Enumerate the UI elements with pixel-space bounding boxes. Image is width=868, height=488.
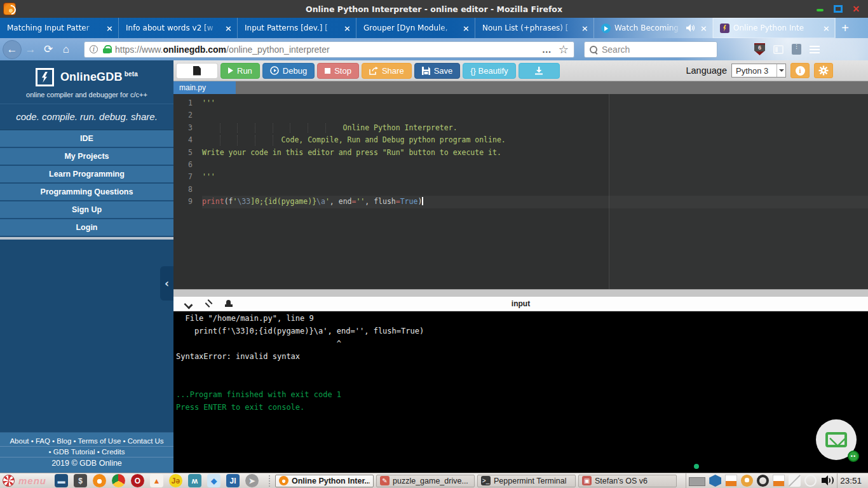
menu-hamburger-icon[interactable] [810, 46, 820, 53]
indent-guide [325, 123, 326, 133]
reload-button[interactable]: ⟳ [39, 41, 57, 58]
save-button[interactable]: Save [414, 63, 461, 79]
tab-audio-icon[interactable] [686, 24, 695, 32]
sidebar-toggle-icon[interactable] [773, 45, 783, 54]
bookmark-star-icon[interactable]: ☆ [559, 43, 569, 57]
launcher-terminal-icon[interactable]: $ [74, 474, 87, 487]
task-button-firefox[interactable]: Online Python Inter... [275, 475, 374, 487]
minimize-icon[interactable] [816, 5, 825, 13]
editor-code-area[interactable]: ''' Online Python Interpreter. Code, Com… [200, 94, 868, 289]
launcher-pycharm-icon[interactable]: JI [226, 474, 240, 487]
share-button[interactable]: Share [362, 63, 412, 79]
info-button[interactable]: i [790, 63, 810, 78]
language-select[interactable]: Python 3 [731, 64, 786, 78]
tray-dog-icon[interactable] [741, 475, 753, 487]
sidebar-item-programming-questions[interactable]: Programming Questions [0, 184, 173, 201]
code-token: ''' [202, 98, 215, 107]
sidebar-item-ide[interactable]: IDE [0, 130, 173, 148]
task-button-folder[interactable]: ▣Stefan's OS v6 [578, 475, 677, 487]
maximize-icon[interactable] [834, 5, 843, 13]
new-tab-button[interactable]: + [836, 18, 855, 38]
page-info-icon[interactable]: i [90, 45, 98, 53]
tray-cpu-graph-icon[interactable] [725, 475, 737, 487]
sidebar-item-sign-up[interactable]: Sign Up [0, 201, 173, 219]
url-bar[interactable]: i https://www.onlinegdb.com/online_pytho… [84, 41, 574, 58]
indent-guide [237, 123, 238, 133]
footer-links-row-3[interactable]: 2019 © GDB Online [0, 458, 173, 469]
tab-close-icon[interactable]: × [344, 24, 351, 33]
code-editor[interactable]: 123456789 ''' Online Python Interpreter.… [173, 94, 868, 289]
ublock-icon[interactable]: u 6 [754, 43, 765, 55]
code-line-5: Write your code in this editor and press… [202, 147, 868, 159]
launcher-rocket-app-icon[interactable]: ➤ [245, 474, 259, 487]
tray-screen-icon[interactable] [689, 477, 705, 486]
beautify-button[interactable]: {} Beautify [463, 63, 515, 79]
page-actions-icon[interactable]: … [542, 44, 552, 55]
sidebar-collapse-handle[interactable]: ‹ [160, 266, 173, 301]
menu-label: menu [18, 475, 46, 486]
browser-tab-1[interactable]: Matching Input Patter× [0, 18, 119, 38]
browser-tab-2[interactable]: Info about words v2 [w× [119, 18, 238, 38]
sidebar-spacer: ‹ [0, 240, 173, 432]
browser-tab-6[interactable]: Watch Becoming× [594, 18, 713, 38]
volume-icon[interactable] [821, 475, 835, 487]
tray-dark-ring-icon[interactable] [757, 475, 769, 487]
extension-icon[interactable]: ⋮ [792, 44, 801, 55]
tab-close-icon[interactable]: × [823, 24, 830, 33]
console-output[interactable]: File "/home/main.py", line 9 print(f'\33… [173, 311, 868, 473]
onlinegdb-logo-icon [36, 68, 54, 86]
back-button[interactable]: ← [3, 40, 22, 59]
code-line-8 [202, 184, 868, 196]
tab-close-icon[interactable]: × [106, 24, 113, 33]
sidebar-item-login[interactable]: Login [0, 219, 173, 237]
console-line: print(f'\33]0;{id(pygame)}\a', end='', f… [176, 327, 424, 336]
launcher-jdownloader-icon[interactable]: Jə [169, 474, 182, 487]
sidebar-item-learn-programming[interactable]: Learn Programming [0, 166, 173, 184]
sidebar-item-my-projects[interactable]: My Projects [0, 148, 173, 166]
launcher-file-manager-icon[interactable]: ▬ [55, 474, 68, 487]
console-line: ...Program finished with exit code 1 [176, 390, 341, 399]
start-menu-button[interactable]: menu [3, 475, 46, 487]
task-button-terminal[interactable]: >_Peppermint Terminal [477, 475, 576, 487]
browser-tab-7[interactable]: Online Python Inte× [713, 18, 836, 38]
run-button[interactable]: Run [220, 63, 260, 79]
chat-widget-button[interactable]: •• [816, 419, 857, 460]
https-lock-icon[interactable] [103, 45, 111, 53]
editor-horizontal-scrollbar[interactable] [173, 289, 868, 297]
line-number: 1 [173, 97, 193, 109]
tab-close-icon[interactable]: × [225, 24, 232, 33]
tray-hex-cursor-icon[interactable] [709, 475, 721, 487]
footer-links-row-1[interactable]: About • FAQ • Blog • Terms of Use • Cont… [0, 436, 173, 447]
close-window-icon[interactable]: ✕ [851, 5, 860, 13]
select-arrow-icon [776, 64, 785, 77]
browser-tab-5[interactable]: Noun List (+phrases) [× [475, 18, 594, 38]
tray-cpu-graph-2-icon[interactable] [773, 475, 785, 487]
envelope-icon [825, 432, 847, 447]
tray-ring-outline-icon[interactable] [804, 475, 817, 487]
launcher-vlc-icon[interactable]: ▲ [150, 474, 163, 487]
stop-button[interactable]: Stop [317, 63, 359, 79]
launcher-firefox-icon[interactable] [93, 474, 106, 487]
browser-tab-3[interactable]: Input Patterns [dev.] [× [238, 18, 356, 38]
forward-button[interactable]: → [22, 41, 39, 58]
launcher-cube-app-icon[interactable]: ◆ [207, 474, 220, 487]
chat-badge: •• [848, 451, 859, 462]
search-bar[interactable]: Search [584, 41, 717, 58]
tab-close-icon[interactable]: × [581, 24, 588, 33]
settings-button[interactable] [814, 63, 833, 78]
browser-tab-4[interactable]: Grouper [Dyn Module,× [356, 18, 475, 38]
download-button[interactable] [519, 63, 560, 79]
footer-links-row-2[interactable]: • GDB Tutorial • Credits [0, 447, 173, 458]
home-button[interactable]: ⌂ [57, 41, 75, 58]
launcher-chromium-icon[interactable] [112, 474, 125, 487]
tray-plug-lock-icon[interactable] [789, 475, 801, 487]
new-file-button[interactable] [176, 63, 218, 79]
launcher-wave-app-icon[interactable]: ʍ [188, 474, 201, 487]
file-tab-main-py[interactable]: main.py [173, 81, 236, 94]
play-icon [601, 24, 611, 33]
debug-button[interactable]: Debug [262, 63, 315, 79]
task-button-pencil[interactable]: ✎puzzle_game_drive... [376, 475, 475, 487]
tab-close-icon[interactable]: × [700, 24, 707, 33]
tab-close-icon[interactable]: × [463, 24, 470, 33]
launcher-opera-icon[interactable]: O [131, 474, 144, 487]
